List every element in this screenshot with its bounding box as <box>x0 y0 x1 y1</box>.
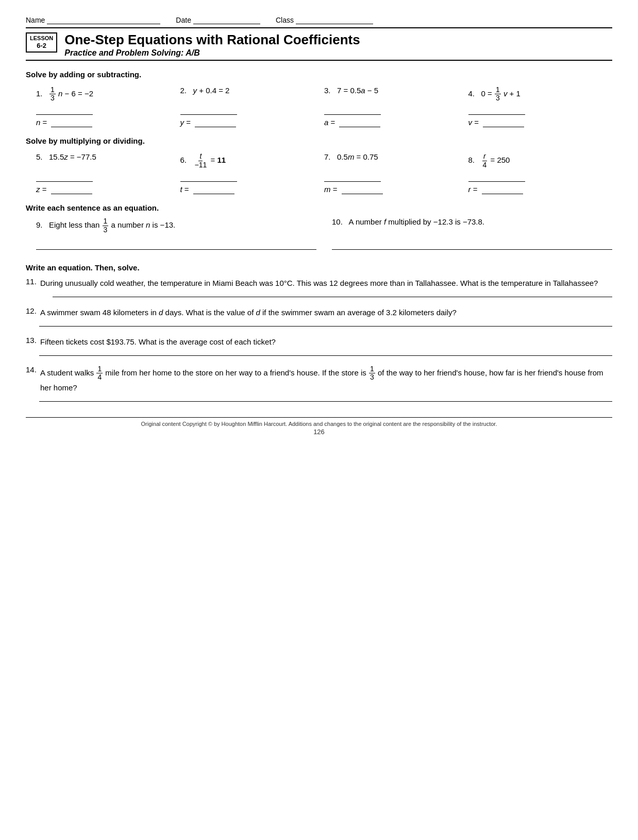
section2-answer-rows: z = t = m = r = <box>36 174 612 194</box>
blank-y <box>195 118 236 127</box>
date-line <box>193 15 260 24</box>
answer-col-8: r = <box>468 174 613 194</box>
footer: Original content Copyright © by Houghton… <box>26 417 612 436</box>
answer-line-4 <box>468 114 525 115</box>
problem-12-text: A swimmer swam 48 kilometers in d days. … <box>40 306 612 319</box>
section4-title: Write an equation. Then, solve. <box>26 263 612 272</box>
answer-col-2: y = <box>180 107 325 127</box>
problem-9-num: 9. <box>36 220 47 229</box>
answer-line-2 <box>180 114 237 115</box>
class-label: Class <box>276 16 294 24</box>
answer-line-5 <box>36 181 93 182</box>
answer-line-12 <box>39 326 612 327</box>
problem-6-eq2: = 11 <box>210 156 226 164</box>
problem-9: 9. Eight less than 1 3 a number n is −13… <box>36 217 316 234</box>
var-line-2: y = <box>180 118 237 127</box>
lesson-title: One-Step Equations with Rational Coeffic… <box>64 32 612 47</box>
problem-11-text: During unusually cold weather, the tempe… <box>40 277 612 289</box>
problem-10: 10. A number f multiplied by −12.3 is −7… <box>332 217 612 234</box>
fraction-1-3-p4: 13 <box>495 86 501 102</box>
section3-title: Write each sentence as an equation. <box>26 203 612 212</box>
name-label: Name <box>26 16 45 24</box>
blank-n <box>51 118 92 127</box>
lesson-number: 6-2 <box>30 42 53 50</box>
problem-12-num: 12. <box>26 306 37 315</box>
problem-7: 7. 0.5m = 0.75 <box>324 150 468 171</box>
lesson-word: LESSON <box>30 35 53 42</box>
blank-r <box>482 185 523 194</box>
problem-8-eq2: = 250 <box>491 156 510 164</box>
problem-9-text2: a number n is −13. <box>111 220 176 229</box>
problem-5-eq: 15.5z = −77.5 <box>49 152 96 161</box>
problem-6: 6. t −11 = 11 <box>180 150 325 171</box>
problem-8-number: 8. <box>468 156 479 164</box>
var-line-1: n = <box>36 118 92 127</box>
problem-11-num: 11. <box>26 277 37 286</box>
write-answer-line-2 <box>332 249 612 250</box>
var-line-7: m = <box>324 185 383 194</box>
footer-page: 126 <box>313 428 325 436</box>
answer-line-1 <box>36 114 93 115</box>
problem-1: 1. 13 n − 6 = −2 <box>36 84 180 105</box>
problem-12: 12. A swimmer swam 48 kilometers in d da… <box>26 306 612 319</box>
fraction-1-3-p14: 1 3 <box>369 365 375 382</box>
problem-2: 2. y + 0.4 = 2 <box>180 84 325 105</box>
answer-line-14 <box>39 401 612 402</box>
problem-9-text1: Eight less than <box>49 220 102 229</box>
problem-3-number: 3. <box>324 86 335 95</box>
section2-title: Solve by multiplying or dividing. <box>26 136 612 145</box>
answer-col-7: m = <box>324 174 468 194</box>
problem-4: 4. 0 = 13 v + 1 <box>468 84 613 105</box>
write-problems-row: 9. Eight less than 1 3 a number n is −13… <box>36 217 612 234</box>
answer-line-8 <box>468 181 525 182</box>
problem-8: 8. r 4 = 250 <box>468 150 613 171</box>
write-answer-2 <box>332 242 612 253</box>
problem-7-eq: 0.5m = 0.75 <box>337 152 378 161</box>
blank-t <box>193 185 234 194</box>
answer-col-3: a = <box>324 107 468 127</box>
lesson-header: LESSON 6-2 One-Step Equations with Ratio… <box>26 27 612 61</box>
problem-13-answer <box>26 355 612 356</box>
answer-line-13 <box>39 355 612 356</box>
problem-14-num: 14. <box>26 365 37 374</box>
problem-13-num: 13. <box>26 336 37 345</box>
blank-a <box>339 118 380 127</box>
lesson-subtitle: Practice and Problem Solving: A/B <box>64 48 612 58</box>
section1-title: Solve by adding or subtracting. <box>26 70 612 79</box>
problem-14-answer <box>26 401 612 402</box>
answer-line-6 <box>180 181 237 182</box>
blank-m <box>342 185 383 194</box>
fraction-r-4: r 4 <box>482 152 488 169</box>
answer-col-4: v = <box>468 107 613 127</box>
write-answer-line-1 <box>36 249 316 250</box>
section1-answer-rows: n = y = a = v = <box>36 107 612 127</box>
blank-v <box>483 118 524 127</box>
lesson-box: LESSON 6-2 <box>26 32 57 53</box>
problem-2-eq: y + 0.4 = 2 <box>193 86 230 95</box>
problem-5: 5. 15.5z = −77.5 <box>36 150 180 171</box>
class-line <box>296 15 373 24</box>
section2-problems-row: 5. 15.5z = −77.5 6. t −11 = 11 7. 0.5m =… <box>36 150 612 171</box>
problem-3: 3. 7 = 0.5a − 5 <box>324 84 468 105</box>
fraction-1-3-p1: 13 <box>49 86 56 102</box>
problem-1-number: 1. <box>36 89 47 97</box>
answer-col-1: n = <box>36 107 180 127</box>
problem-10-text: A number f multiplied by −12.3 is −73.8. <box>349 217 485 226</box>
answer-col-5: z = <box>36 174 180 194</box>
fraction-t-neg11: t −11 <box>194 152 208 169</box>
problem-11-answer <box>39 297 612 297</box>
problem-2-number: 2. <box>180 86 191 95</box>
name-line <box>47 15 160 24</box>
var-line-8: r = <box>468 185 523 194</box>
problem-7-number: 7. <box>324 152 335 161</box>
var-line-5: z = <box>36 185 92 194</box>
date-label: Date <box>176 16 191 24</box>
fraction-1-3-p9: 1 3 <box>103 217 109 234</box>
problem-10-num: 10. <box>332 217 347 226</box>
answer-line-7 <box>324 181 381 182</box>
problem-11: 11. During unusually cold weather, the t… <box>26 277 612 289</box>
section1-problems-row: 1. 13 n − 6 = −2 2. y + 0.4 = 2 3. 7 = 0… <box>36 84 612 105</box>
answer-col-6: t = <box>180 174 325 194</box>
footer-copyright: Original content Copyright © by Houghton… <box>141 421 497 427</box>
answer-line-3 <box>324 114 381 115</box>
